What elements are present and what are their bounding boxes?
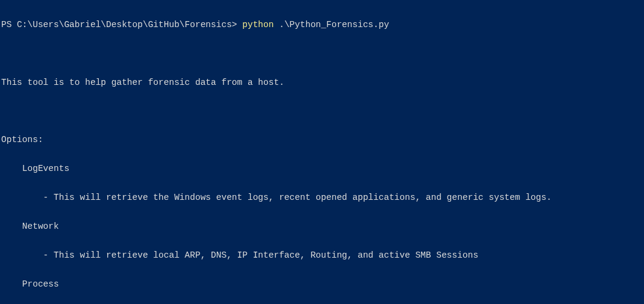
- command-name: python: [242, 20, 274, 29]
- option-desc: - This will retrieve the Windows event l…: [1, 193, 643, 203]
- option-name: LogEvents: [1, 164, 643, 174]
- blank-line: [1, 107, 643, 117]
- blank-line: [1, 49, 643, 59]
- ps-prompt-path: PS C:\Users\Gabriel\Desktop\GitHub\Foren…: [1, 20, 242, 29]
- option-name: Network: [1, 222, 643, 232]
- options-header: Options:: [1, 135, 643, 145]
- option-desc: - This will retrieve local ARP, DNS, IP …: [1, 251, 643, 261]
- intro-text: This tool is to help gather forensic dat…: [1, 78, 643, 88]
- command-argument: .\Python_Forensics.py: [274, 20, 389, 29]
- option-name: Process: [1, 280, 643, 290]
- prompt-line: PS C:\Users\Gabriel\Desktop\GitHub\Foren…: [1, 20, 643, 30]
- terminal-window[interactable]: PS C:\Users\Gabriel\Desktop\GitHub\Foren…: [1, 1, 643, 304]
